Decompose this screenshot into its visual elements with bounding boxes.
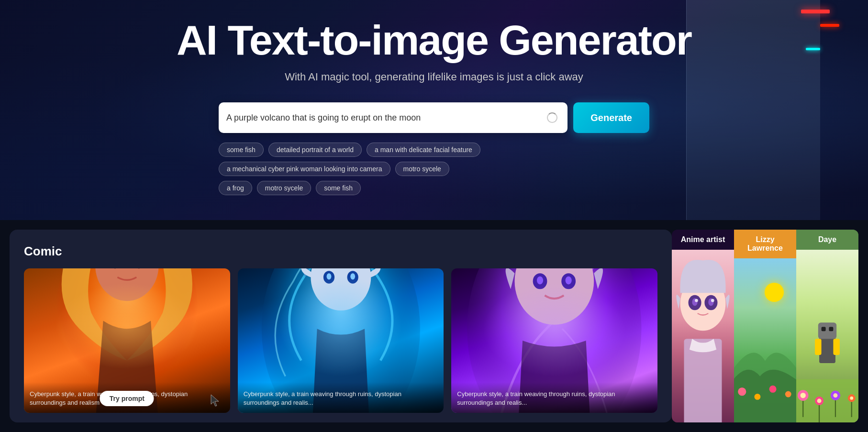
svg-point-26 (754, 394, 760, 400)
card-text-3: Cyberpunk style, a train weaving through… (457, 390, 652, 407)
svg-point-37 (801, 393, 806, 398)
svg-point-25 (738, 388, 746, 396)
hero-subtitle: With AI magic tool, generating lifelike … (285, 71, 583, 83)
card-overlay-3: Cyberpunk style, a train weaving through… (451, 382, 657, 413)
suggestion-tags-row2: a frog motro sycele some fish (219, 181, 649, 195)
cursor-icon (209, 394, 221, 408)
gallery-cards: Cyberpunk style, a train weaving through… (24, 268, 657, 413)
generate-button[interactable]: Generate (573, 102, 649, 133)
style-image-lizzy (734, 258, 796, 422)
style-card-lizzy[interactable]: Lizzy Lawrence (734, 230, 796, 422)
svg-rect-33 (829, 327, 833, 331)
gallery-section: Comic (0, 220, 868, 432)
svg-point-23 (711, 299, 714, 302)
suggestion-tag-mechanical-cyber[interactable]: a mechanical cyber pink woman looking in… (219, 162, 390, 176)
svg-point-7 (347, 271, 358, 284)
svg-point-27 (769, 386, 777, 393)
svg-point-8 (326, 273, 331, 279)
svg-point-11 (515, 268, 594, 325)
svg-point-22 (695, 299, 698, 302)
suggestion-tag-frog[interactable]: a frog (219, 181, 252, 195)
style-image-daye (796, 250, 858, 422)
card-overlay-2: Cyberpunk style, a train weaving through… (238, 382, 444, 413)
suggestion-tag-man-delicate[interactable]: a man with delicate facial feature (367, 143, 480, 157)
svg-point-15 (566, 277, 572, 285)
suggestion-tag-detailed-portrait[interactable]: detailed portrait of a world (268, 143, 362, 157)
try-prompt-button-1[interactable]: Try prompt (100, 391, 154, 406)
svg-point-1 (95, 268, 159, 301)
suggestion-tag-some-fish-2[interactable]: some fish (316, 181, 361, 195)
card-text-2: Cyberpunk style, a train weaving through… (244, 390, 438, 407)
svg-rect-34 (815, 339, 822, 355)
search-container: Generate (219, 102, 649, 133)
search-input[interactable] (226, 113, 545, 123)
neon-decoration-3 (806, 48, 820, 50)
gallery-category-label: Comic (24, 244, 657, 259)
svg-rect-31 (818, 322, 836, 339)
bg-building-right (686, 0, 820, 220)
search-box (219, 102, 568, 133)
svg-rect-35 (833, 339, 840, 355)
neon-decoration-2 (820, 24, 839, 27)
gallery-side: Anime artist (672, 230, 858, 422)
svg-point-39 (817, 399, 822, 403)
page-title: AI Text-to-image Generator (177, 19, 691, 61)
neon-decoration-1 (801, 10, 830, 13)
suggestion-tags: some fish detailed portrait of a world a… (219, 143, 649, 176)
svg-point-28 (785, 391, 791, 398)
suggestion-tag-motro-sycele-2[interactable]: motro sycele (257, 181, 311, 195)
style-label-anime: Anime artist (672, 230, 734, 250)
gallery-card-2[interactable]: Cyberpunk style, a train weaving through… (238, 268, 444, 413)
svg-rect-32 (822, 327, 826, 331)
svg-point-43 (850, 397, 853, 400)
hero-section: AI Text-to-image Generator With AI magic… (0, 0, 868, 220)
svg-point-14 (537, 277, 543, 285)
style-card-daye[interactable]: Daye (796, 230, 858, 422)
gallery-card-1[interactable]: Cyberpunk style, a train weaving through… (24, 268, 230, 413)
gallery-card-3[interactable]: Cyberpunk style, a train weaving through… (451, 268, 657, 413)
svg-point-41 (833, 393, 837, 398)
style-label-lizzy: Lizzy Lawrence (734, 230, 796, 258)
svg-point-6 (323, 271, 334, 284)
svg-rect-30 (819, 336, 835, 363)
style-label-daye: Daye (796, 230, 858, 250)
style-card-anime[interactable]: Anime artist (672, 230, 734, 422)
suggestion-tag-some-fish-1[interactable]: some fish (219, 143, 264, 157)
svg-point-9 (350, 273, 355, 279)
style-image-anime (672, 250, 734, 422)
svg-point-5 (311, 268, 371, 310)
search-icon (545, 110, 560, 125)
suggestion-tag-motro-sycele-1[interactable]: motro sycele (395, 162, 449, 176)
gallery-main: Comic (10, 230, 672, 422)
